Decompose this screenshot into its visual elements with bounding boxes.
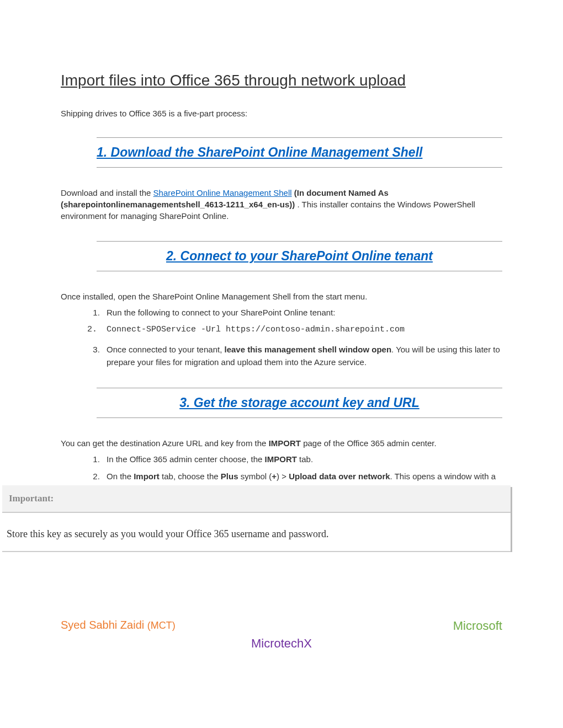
section-3-heading[interactable]: 3. Get the storage account key and URL <box>97 395 502 410</box>
intro-text: Shipping drives to Office 365 is a five-… <box>61 109 502 118</box>
text: Once connected to your tenant, <box>107 345 224 354</box>
section-3-para: You can get the destination Azure URL an… <box>61 437 502 449</box>
important-label: Important: <box>2 485 511 513</box>
text-bold: + <box>272 472 277 481</box>
text: tab, choose the <box>160 472 221 481</box>
text-bold: IMPORT <box>269 438 301 448</box>
text: Download and install the <box>61 188 153 197</box>
author-credential: (MCT) <box>147 620 176 631</box>
footer-company-right: Microsoft <box>453 619 502 633</box>
footer-author: Syed Sabhi Zaidi (MCT) <box>61 619 176 631</box>
text: page of the Office 365 admin center. <box>301 438 437 448</box>
text-bold: Upload data over network <box>289 472 390 481</box>
section-2-list: Run the following to connect to your Sha… <box>91 307 502 368</box>
text: tab. <box>297 454 313 464</box>
text-bold: Import <box>134 472 160 481</box>
important-body: Store this key as securely as you would … <box>2 513 511 552</box>
sharepoint-shell-link[interactable]: SharePoint Online Management Shell <box>153 188 292 197</box>
section-1-heading[interactable]: 1. Download the SharePoint Online Manage… <box>97 145 502 160</box>
page-title: Import files into Office 365 through net… <box>61 72 502 89</box>
text: You can get the destination Azure URL an… <box>61 438 269 448</box>
text: symbol ( <box>238 472 272 481</box>
list-item: In the Office 365 admin center choose, t… <box>102 453 502 466</box>
section-2-heading-box: 2. Connect to your SharePoint Online ten… <box>97 241 502 271</box>
section-2-heading[interactable]: 2. Connect to your SharePoint Online ten… <box>97 249 502 264</box>
footer: Syed Sabhi Zaidi (MCT) Microsoft Microte… <box>61 619 502 652</box>
text: On the <box>107 472 134 481</box>
text: In the Office 365 admin center choose, t… <box>107 454 265 464</box>
list-item: Once connected to your tenant, leave thi… <box>102 344 502 368</box>
text-bold: IMPORT <box>265 454 297 464</box>
text-bold: leave this management shell window open <box>224 345 391 354</box>
list-item-code: Connect-SPOService -Url https://contoso-… <box>102 324 502 336</box>
list-item: Run the following to connect to your Sha… <box>102 307 502 319</box>
section-2-para: Once installed, open the SharePoint Onli… <box>61 291 502 302</box>
text: ) > <box>277 472 289 481</box>
footer-company-center: MicrotechX <box>61 636 502 651</box>
text-bold: Plus <box>221 472 238 481</box>
section-1-para: Download and install the SharePoint Onli… <box>61 187 502 222</box>
section-1-heading-box: 1. Download the SharePoint Online Manage… <box>97 137 502 168</box>
author-name: Syed Sabhi Zaidi <box>61 619 147 631</box>
section-3-heading-box: 3. Get the storage account key and URL <box>97 388 502 418</box>
important-callout: Important: Store this key as securely as… <box>2 485 511 552</box>
